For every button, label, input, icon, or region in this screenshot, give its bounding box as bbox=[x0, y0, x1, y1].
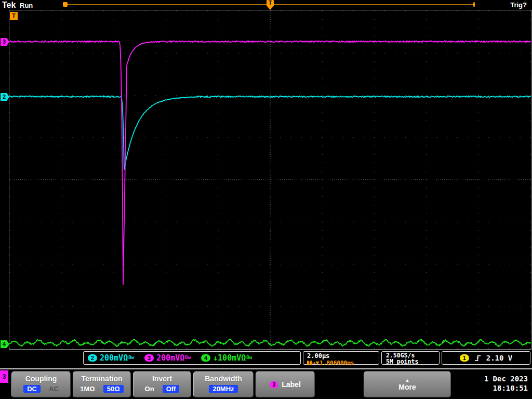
channel-3-badge-small: 3 bbox=[270, 381, 278, 388]
channel-2-scale: 200mVΩBw bbox=[100, 353, 134, 363]
label-button[interactable]: 3 Label bbox=[256, 371, 315, 397]
bandwidth-label: Bandwidth bbox=[194, 375, 253, 383]
trigger-position-value: 1.806000ms bbox=[320, 360, 354, 366]
invert-label: Invert bbox=[134, 375, 191, 383]
date-text: 1 Dec 2023 bbox=[484, 374, 528, 383]
trigger-position-marker[interactable]: T bbox=[267, 0, 274, 10]
trigger-readout[interactable]: 1 2.10 V bbox=[442, 351, 530, 365]
coupling-button[interactable]: Coupling DC AC bbox=[11, 371, 71, 397]
trigger-position-label: T bbox=[267, 0, 274, 6]
termination-50ohm-option[interactable]: 50Ω bbox=[103, 385, 124, 393]
menu-bar: 3 Coupling DC AC Termination 1MΩ 50Ω Inv… bbox=[0, 368, 532, 399]
timebase-scale: 2.00µs bbox=[307, 352, 379, 360]
channel-4-impedance: Ω bbox=[241, 353, 246, 363]
termination-label: Termination bbox=[73, 375, 130, 383]
horizontal-readout[interactable]: 2.00µs T →▼ 1.806000ms bbox=[303, 351, 379, 365]
graticule-frame bbox=[9, 10, 531, 350]
top-status-bar: Tek Run T Trig? bbox=[0, 0, 532, 10]
trigger-position-arrow-icon bbox=[267, 6, 273, 10]
termination-button[interactable]: Termination 1MΩ 50Ω bbox=[73, 371, 131, 397]
label-button-text: Label bbox=[282, 380, 301, 389]
time-text: 18:10:51 bbox=[484, 383, 528, 393]
coupling-label: Coupling bbox=[12, 375, 70, 383]
channel-2-bandwidth-flag: Bw bbox=[128, 355, 134, 360]
channel-2-readout[interactable]: 2 200mVΩBw bbox=[88, 353, 134, 363]
trigger-status: Trig? bbox=[510, 1, 527, 9]
channel-3-scale: 200mVΩBw bbox=[156, 353, 191, 363]
record-length: 5M points bbox=[386, 358, 439, 365]
channel-3-impedance: Ω bbox=[180, 353, 184, 363]
channel-4-badge: 4 bbox=[201, 354, 210, 362]
coupling-dc-option[interactable]: DC bbox=[23, 385, 41, 393]
record-start-marker bbox=[63, 2, 68, 7]
channel-3-marker[interactable]: 3 bbox=[1, 38, 9, 46]
acquisition-readout[interactable]: 2.50GS/s 5M points bbox=[381, 351, 440, 365]
more-button[interactable]: ▲ More bbox=[364, 371, 451, 397]
trigger-position-readout: T →▼ 1.806000ms bbox=[307, 360, 379, 366]
channel-2-badge: 2 bbox=[88, 354, 97, 362]
coupling-ac-option[interactable]: AC bbox=[49, 385, 59, 393]
rising-edge-icon bbox=[474, 354, 482, 362]
termination-1mohm-option[interactable]: 1MΩ bbox=[80, 385, 95, 393]
channel-3-scale-value: 200mV bbox=[156, 353, 180, 363]
invert-on-option[interactable]: On bbox=[145, 385, 154, 393]
t-marker-icon: T bbox=[307, 361, 312, 365]
channel-4-bandwidth-flag: Bw bbox=[246, 355, 252, 360]
datetime-display: 1 Dec 2023 18:10:51 bbox=[484, 374, 528, 393]
channel-3-badge: 3 bbox=[144, 354, 154, 362]
bandwidth-value[interactable]: 20MHz bbox=[209, 385, 237, 393]
chevron-up-icon: ▲ bbox=[405, 378, 410, 383]
invert-off-option[interactable]: Off bbox=[163, 385, 180, 393]
channel-2-marker[interactable]: 2 bbox=[1, 93, 9, 101]
channel-4-readout[interactable]: 4 ↓100mVΩBw bbox=[201, 353, 252, 363]
trigger-level-marker[interactable]: T bbox=[10, 12, 18, 20]
channel-scale-readouts[interactable]: 2 200mVΩBw 3 200mVΩBw 4 ↓100mVΩBw bbox=[83, 351, 301, 365]
channel-4-scale: ↓100mVΩBw bbox=[213, 353, 252, 363]
channel-4-scale-value: ↓100mV bbox=[213, 353, 241, 363]
bandwidth-button[interactable]: Bandwidth 20MHz bbox=[193, 371, 254, 397]
record-end-marker bbox=[473, 2, 475, 7]
channel-3-readout[interactable]: 3 200mVΩBw bbox=[144, 353, 191, 363]
invert-button[interactable]: Invert On Off bbox=[133, 371, 191, 397]
channel-1-badge: 1 bbox=[460, 354, 469, 362]
channel-2-impedance: Ω bbox=[123, 353, 128, 363]
more-button-text: More bbox=[398, 383, 416, 391]
active-channel-tab: 3 bbox=[0, 370, 8, 383]
trigger-level-value: 2.10 V bbox=[486, 354, 513, 362]
channel-3-bandwidth-flag: Bw bbox=[185, 355, 191, 360]
acquisition-status: Run bbox=[20, 2, 33, 9]
tek-logo: Tek bbox=[2, 1, 16, 10]
channel-4-marker[interactable]: 4 bbox=[1, 340, 9, 348]
channel-2-scale-value: 200mV bbox=[100, 353, 123, 363]
arrow-icon: →▼ bbox=[312, 360, 319, 366]
